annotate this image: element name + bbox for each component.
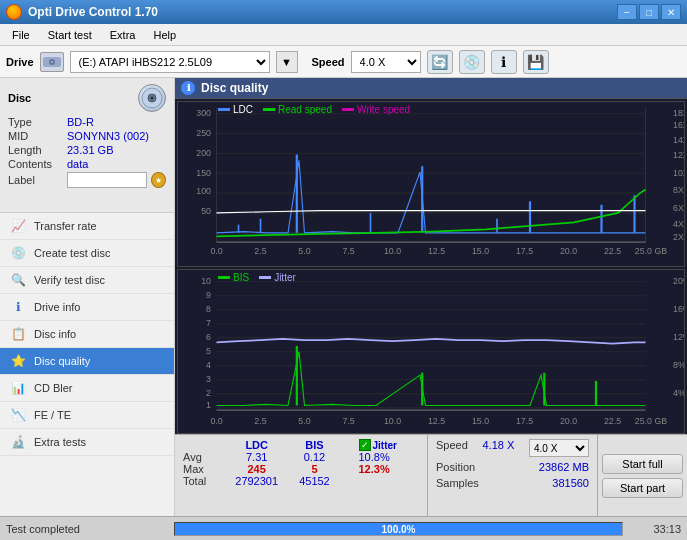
bis-col-header: BIS xyxy=(290,439,338,451)
speed-label: Speed xyxy=(312,56,345,68)
max-ldc: 245 xyxy=(223,463,290,475)
sidebar-item-discinfo[interactable]: 📋 Disc info xyxy=(0,321,174,348)
sidebar-item-extra[interactable]: 🔬 Extra tests xyxy=(0,429,174,456)
svg-text:12X: 12X xyxy=(673,150,684,160)
svg-point-5 xyxy=(151,97,154,100)
mid-value: SONYNN3 (002) xyxy=(67,130,149,142)
menu-help[interactable]: Help xyxy=(145,27,184,43)
disc-info-icon: 📋 xyxy=(10,326,26,342)
svg-text:10X: 10X xyxy=(673,167,684,177)
menu-file[interactable]: File xyxy=(4,27,38,43)
svg-text:20%: 20% xyxy=(673,275,684,285)
position-val: 23862 MB xyxy=(539,461,589,473)
svg-text:25.0 GB: 25.0 GB xyxy=(635,415,667,425)
bottom-chart: 10 9 8 7 6 5 4 3 2 1 20% 16% 12% 8% 4% xyxy=(178,270,684,434)
total-bis: 45152 xyxy=(290,475,338,487)
minimize-button[interactable]: − xyxy=(617,4,637,20)
svg-text:4%: 4% xyxy=(673,387,684,397)
svg-text:4: 4 xyxy=(206,359,211,369)
sidebar-item-quality[interactable]: ⭐ Disc quality xyxy=(0,348,174,375)
sidebar-item-transfer[interactable]: 📈 Transfer rate xyxy=(0,213,174,240)
sidebar-item-drive[interactable]: ℹ Drive info xyxy=(0,294,174,321)
start-part-button[interactable]: Start part xyxy=(602,478,683,498)
ldc-col-header: LDC xyxy=(223,439,290,451)
svg-text:4X: 4X xyxy=(673,219,684,229)
disc-quality-title: Disc quality xyxy=(201,81,268,95)
svg-text:250: 250 xyxy=(196,128,211,138)
svg-text:22.5: 22.5 xyxy=(604,415,621,425)
sidebar-item-verify[interactable]: 🔍 Verify test disc xyxy=(0,267,174,294)
start-full-button[interactable]: Start full xyxy=(602,454,683,474)
svg-text:2.5: 2.5 xyxy=(254,246,266,256)
speed-stat-select[interactable]: 4.0 XMAX xyxy=(529,439,589,457)
type-value: BD-R xyxy=(67,116,94,128)
svg-text:150: 150 xyxy=(196,167,211,177)
drive-arrow-button[interactable]: ▼ xyxy=(276,51,298,73)
disc-icon xyxy=(138,84,166,112)
disc-section-label: Disc xyxy=(8,92,31,104)
drive-bar: Drive (E:) ATAPI iHBS212 2.5L09 ▼ Speed … xyxy=(0,46,687,78)
max-label: Max xyxy=(183,463,223,475)
svg-text:16%: 16% xyxy=(673,303,684,313)
svg-text:10.0: 10.0 xyxy=(384,246,401,256)
read-label: Read speed xyxy=(278,104,332,115)
svg-text:1: 1 xyxy=(206,399,211,409)
svg-text:5.0: 5.0 xyxy=(298,246,310,256)
svg-text:300: 300 xyxy=(196,108,211,118)
jitter-color xyxy=(259,276,271,279)
drive-select[interactable]: (E:) ATAPI iHBS212 2.5L09 xyxy=(70,51,270,73)
maximize-button[interactable]: □ xyxy=(639,4,659,20)
close-button[interactable]: ✕ xyxy=(661,4,681,20)
title-bar: Opti Drive Control 1.70 − □ ✕ xyxy=(0,0,687,24)
disc-info-label: Disc info xyxy=(34,328,76,340)
svg-text:15.0: 15.0 xyxy=(472,415,489,425)
svg-text:7: 7 xyxy=(206,317,211,327)
label-input[interactable] xyxy=(67,172,147,188)
svg-text:50: 50 xyxy=(201,206,211,216)
progress-bar-container: 100.0% xyxy=(174,522,623,536)
disc-button[interactable]: 💿 xyxy=(459,50,485,74)
sidebar-item-fete[interactable]: 📉 FE / TE xyxy=(0,402,174,429)
svg-text:5.0: 5.0 xyxy=(298,415,310,425)
max-bis: 5 xyxy=(290,463,338,475)
speed-stat-label: Speed xyxy=(436,439,468,457)
svg-text:12.5: 12.5 xyxy=(428,415,445,425)
svg-text:14X: 14X xyxy=(673,135,684,145)
menu-extra[interactable]: Extra xyxy=(102,27,144,43)
legend-jitter: Jitter xyxy=(259,272,296,283)
refresh-button[interactable]: 🔄 xyxy=(427,50,453,74)
jitter-col-header: Jitter xyxy=(373,440,397,451)
svg-text:8X: 8X xyxy=(673,185,684,195)
ldc-color xyxy=(218,108,230,111)
disc-info-panel: Disc Type BD-R MID SONYNN3 (002) Length xyxy=(0,78,174,213)
quality-icon: ⭐ xyxy=(10,353,26,369)
create-label: Create test disc xyxy=(34,247,110,259)
total-ldc: 2792301 xyxy=(223,475,290,487)
svg-text:16X: 16X xyxy=(673,119,684,129)
label-icon[interactable]: ★ xyxy=(151,172,166,188)
sidebar-item-create[interactable]: 💿 Create test disc xyxy=(0,240,174,267)
menu-bar: File Start test Extra Help xyxy=(0,24,687,46)
contents-label: Contents xyxy=(8,158,63,170)
sidebar-item-cdbler[interactable]: 📊 CD Bler xyxy=(0,375,174,402)
status-bar: Test completed 100.0% 33:13 xyxy=(0,516,687,540)
speed-select[interactable]: 4.0 X MAX xyxy=(351,51,421,73)
svg-text:20.0: 20.0 xyxy=(560,246,577,256)
svg-text:10: 10 xyxy=(201,275,211,285)
extra-label: Extra tests xyxy=(34,436,86,448)
ldc-label: LDC xyxy=(233,104,253,115)
bis-label: BIS xyxy=(233,272,249,283)
svg-text:20.0: 20.0 xyxy=(560,415,577,425)
bis-color xyxy=(218,276,230,279)
jitter-checkbox[interactable]: ✓ xyxy=(359,439,371,451)
create-icon: 💿 xyxy=(10,245,26,261)
save-button[interactable]: 💾 xyxy=(523,50,549,74)
speed-stat-val: 4.18 X xyxy=(483,439,515,457)
avg-bis: 0.12 xyxy=(290,451,338,463)
read-color xyxy=(263,108,275,111)
svg-text:5: 5 xyxy=(206,345,211,355)
menu-start-test[interactable]: Start test xyxy=(40,27,100,43)
info-button[interactable]: ℹ xyxy=(491,50,517,74)
svg-text:9: 9 xyxy=(206,289,211,299)
legend-read: Read speed xyxy=(263,104,332,115)
